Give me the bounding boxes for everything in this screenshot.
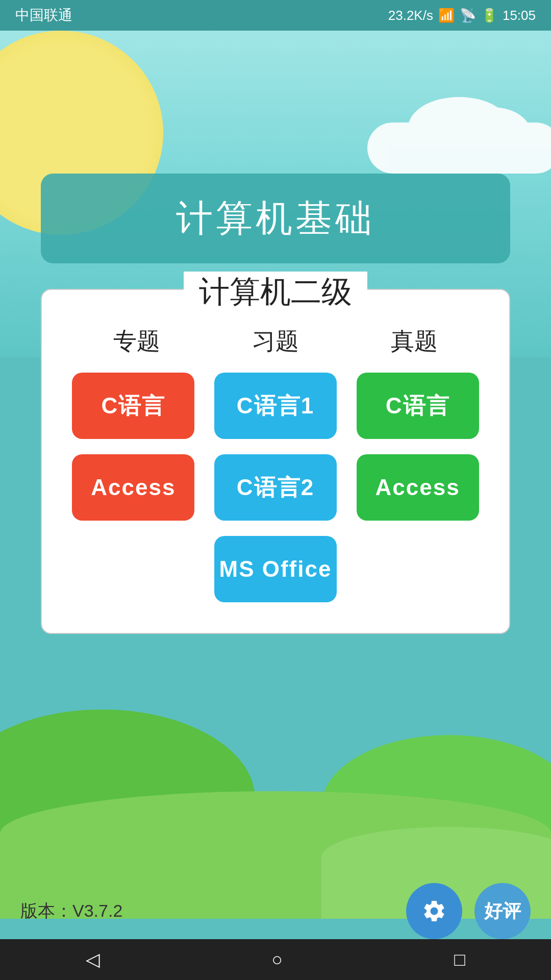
carrier-label: 中国联通 — [15, 6, 72, 25]
btn-xiti-c1[interactable]: C语言1 — [214, 373, 337, 439]
gear-icon — [421, 898, 447, 924]
main-content: 计算机基础 计算机二级 专题 习题 真题 C语言 C语言1 C语言 Access… — [0, 31, 551, 980]
btn-zhuanti-c[interactable]: C语言 — [72, 373, 194, 439]
recents-icon[interactable]: □ — [454, 949, 465, 970]
signal-icon: 📡 — [460, 8, 476, 23]
bottom-bar: 版本：V3.7.2 好评 — [0, 883, 551, 939]
col-header-zhuanti: 专题 — [76, 326, 198, 357]
home-icon[interactable]: ○ — [271, 949, 283, 970]
version-label: 版本：V3.7.2 — [20, 899, 122, 923]
bottom-buttons: 好评 — [406, 883, 531, 939]
button-row-2: Access C语言2 Access — [67, 454, 484, 521]
btn-zhenti-c[interactable]: C语言 — [357, 373, 479, 439]
button-grid: C语言 C语言1 C语言 Access C语言2 Access MS Offic… — [67, 373, 484, 602]
main-card: 计算机二级 专题 习题 真题 C语言 C语言1 C语言 Access C语言2 … — [41, 289, 510, 634]
col-header-xiti: 习题 — [214, 326, 337, 357]
speed-label: 23.2K/s — [388, 8, 433, 23]
back-icon[interactable]: ◁ — [86, 949, 100, 970]
btn-zhuanti-access[interactable]: Access — [72, 454, 194, 521]
col-header-zhenti: 真题 — [353, 326, 475, 357]
button-row-1: C语言 C语言1 C语言 — [67, 373, 484, 439]
btn-zhenti-access[interactable]: Access — [357, 454, 479, 521]
app-title: 计算机基础 — [176, 194, 375, 243]
rate-button[interactable]: 好评 — [474, 883, 531, 939]
battery-icon: 🔋 — [481, 8, 497, 23]
title-banner: 计算机基础 — [41, 174, 510, 263]
card-title: 计算机二级 — [199, 275, 352, 309]
column-headers: 专题 习题 真题 — [67, 326, 484, 357]
nav-bar: ◁ ○ □ — [0, 939, 551, 980]
wifi-icon: 📶 — [438, 8, 455, 23]
card-title-wrap: 计算机二级 — [184, 272, 367, 313]
btn-xiti-msoffice[interactable]: MS Office — [214, 536, 337, 602]
button-row-3: MS Office — [67, 536, 484, 602]
status-bar: 中国联通 23.2K/s 📶 📡 🔋 15:05 — [0, 0, 551, 31]
time-label: 15:05 — [503, 8, 536, 23]
status-right: 23.2K/s 📶 📡 🔋 15:05 — [388, 8, 536, 23]
btn-xiti-c2[interactable]: C语言2 — [214, 454, 337, 521]
settings-button[interactable] — [406, 883, 462, 939]
